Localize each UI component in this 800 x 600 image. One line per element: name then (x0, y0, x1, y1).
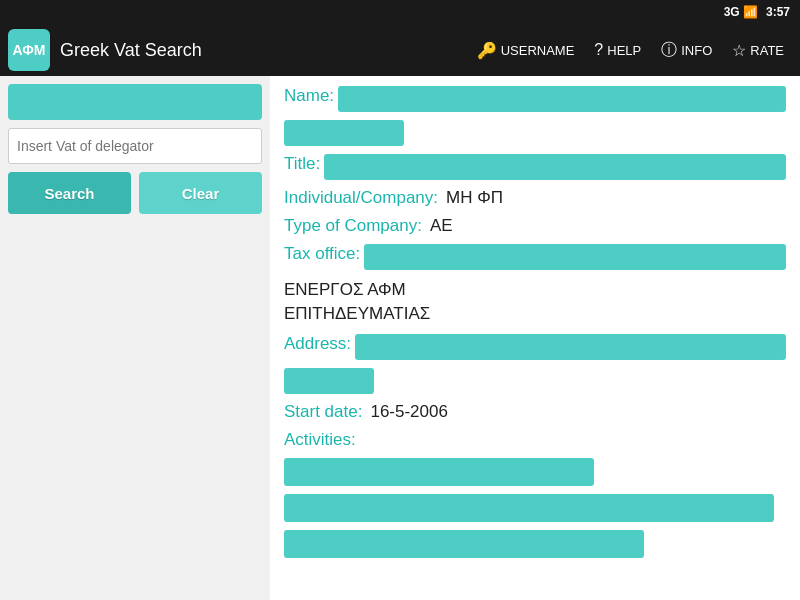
address-row: Address: (284, 334, 786, 360)
name-sub-row (284, 120, 786, 146)
individual-company-row: Individual/Company: ΜΗ ΦΠ (284, 188, 786, 208)
tax-office-label: Tax office: (284, 244, 360, 264)
address-value (355, 334, 786, 360)
title-value (324, 154, 786, 180)
rate-label: RATE (750, 43, 784, 58)
rate-button[interactable]: ☆ RATE (724, 37, 792, 64)
clock: 3:57 (766, 5, 790, 19)
status-text-row: ΕΝΕΡΓΟΣ ΑΦΜΕΠΙΤΗΔΕΥΜΑΤΙΑΣ (284, 278, 786, 326)
activities-value-1 (284, 458, 594, 486)
content-area: Name: Title: Individual/Company: ΜΗ ΦΠ T… (270, 76, 800, 600)
name-sub-value (284, 120, 404, 146)
tax-office-row: Tax office: (284, 244, 786, 270)
type-of-company-value: ΑΕ (430, 216, 453, 236)
header-actions: 🔑 USERNAME ? HELP ⓘ INFO ☆ RATE (469, 36, 792, 65)
help-label: HELP (607, 43, 641, 58)
sidebar: Search Clear (0, 76, 270, 600)
search-button[interactable]: Search (8, 172, 131, 214)
help-icon: ? (594, 41, 603, 59)
app-header: ΑΦΜ Greek Vat Search 🔑 USERNAME ? HELP ⓘ… (0, 24, 800, 76)
name-value (338, 86, 786, 112)
info-label: INFO (681, 43, 712, 58)
title-label: Title: (284, 154, 320, 174)
start-date-row: Start date: 16-5-2006 (284, 402, 786, 422)
activities-value-2 (284, 494, 774, 522)
address-label: Address: (284, 334, 351, 354)
app-logo: ΑΦΜ (8, 29, 50, 71)
start-date-value: 16-5-2006 (370, 402, 448, 422)
tax-office-value (364, 244, 786, 270)
individual-company-value: ΜΗ ΦΠ (446, 188, 503, 208)
activities-row: Activities: (284, 430, 786, 450)
username-label: USERNAME (501, 43, 575, 58)
name-label: Name: (284, 86, 334, 106)
activities-label: Activities: (284, 430, 356, 450)
info-icon: ⓘ (661, 40, 677, 61)
individual-company-label: Individual/Company: (284, 188, 438, 208)
address-sub-value (284, 368, 374, 394)
button-row: Search Clear (8, 172, 262, 214)
star-icon: ☆ (732, 41, 746, 60)
type-of-company-row: Type of Company: ΑΕ (284, 216, 786, 236)
main-layout: Search Clear Name: Title: Individual/Com… (0, 76, 800, 600)
activities-value-3 (284, 530, 644, 558)
name-row: Name: (284, 86, 786, 112)
type-of-company-label: Type of Company: (284, 216, 422, 236)
info-button[interactable]: ⓘ INFO (653, 36, 720, 65)
start-date-label: Start date: (284, 402, 362, 422)
status-bar: 3G 📶 3:57 (0, 0, 800, 24)
address-sub-row (284, 368, 786, 394)
status-text: ΕΝΕΡΓΟΣ ΑΦΜΕΠΙΤΗΔΕΥΜΑΤΙΑΣ (284, 278, 430, 326)
clear-button[interactable]: Clear (139, 172, 262, 214)
key-icon: 🔑 (477, 41, 497, 60)
help-button[interactable]: ? HELP (586, 37, 649, 63)
title-row: Title: (284, 154, 786, 180)
vat-display (8, 84, 262, 120)
username-button[interactable]: 🔑 USERNAME (469, 37, 583, 64)
vat-input[interactable] (8, 128, 262, 164)
app-title: Greek Vat Search (60, 40, 469, 61)
signal-indicator: 3G 📶 (724, 5, 758, 19)
